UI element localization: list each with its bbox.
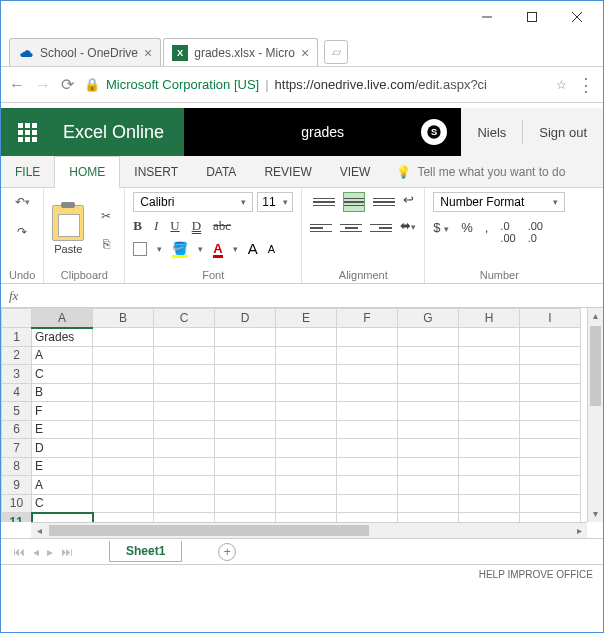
cell[interactable] xyxy=(215,346,276,365)
cell[interactable] xyxy=(398,494,459,513)
cell[interactable]: E xyxy=(32,420,93,439)
align-bottom-button[interactable] xyxy=(373,192,395,212)
column-header[interactable]: C xyxy=(154,309,215,328)
user-name[interactable]: Niels xyxy=(461,125,522,140)
close-icon[interactable]: × xyxy=(144,46,152,60)
cell[interactable] xyxy=(93,513,154,523)
cell[interactable] xyxy=(276,346,337,365)
cell[interactable] xyxy=(520,383,581,402)
row-header[interactable]: 6 xyxy=(2,420,32,439)
tab-insert[interactable]: INSERT xyxy=(120,156,192,187)
cell[interactable] xyxy=(154,383,215,402)
url-field[interactable]: 🔒 Microsoft Corporation [US] | https://o… xyxy=(84,77,546,92)
cell[interactable] xyxy=(337,494,398,513)
app-launcher-button[interactable] xyxy=(1,108,53,156)
cell[interactable] xyxy=(520,365,581,384)
skype-button[interactable]: S xyxy=(421,119,447,145)
cell[interactable] xyxy=(337,365,398,384)
cell[interactable] xyxy=(215,328,276,347)
select-all-corner[interactable] xyxy=(2,309,32,328)
percent-button[interactable]: % xyxy=(461,220,473,244)
double-underline-button[interactable]: D xyxy=(192,218,201,234)
cell[interactable]: F xyxy=(32,402,93,421)
cell[interactable] xyxy=(154,476,215,495)
font-color-button[interactable]: A xyxy=(213,241,222,256)
cell[interactable]: D xyxy=(32,439,93,458)
scrollbar-thumb[interactable] xyxy=(590,326,601,406)
help-improve-link[interactable]: HELP IMPROVE OFFICE xyxy=(479,569,593,580)
cell[interactable] xyxy=(154,420,215,439)
cell[interactable] xyxy=(154,365,215,384)
number-format-select[interactable]: Number Format▾ xyxy=(433,192,565,212)
bold-button[interactable]: B xyxy=(133,218,142,234)
currency-button[interactable]: $ ▾ xyxy=(433,220,449,244)
increase-decimal-button[interactable]: .0.00 xyxy=(500,220,515,244)
align-middle-button[interactable] xyxy=(343,192,365,212)
align-right-button[interactable] xyxy=(370,218,392,238)
cell[interactable]: C xyxy=(32,494,93,513)
cell[interactable] xyxy=(398,383,459,402)
tab-review[interactable]: REVIEW xyxy=(250,156,325,187)
cell[interactable] xyxy=(32,513,93,523)
row-header[interactable]: 11 xyxy=(2,513,32,523)
row-header[interactable]: 2 xyxy=(2,346,32,365)
browser-tab-excel[interactable]: X grades.xlsx - Micro × xyxy=(163,38,318,66)
sheet-nav-last[interactable]: ⏭ xyxy=(61,545,73,559)
window-minimize-button[interactable] xyxy=(464,3,509,31)
row-header[interactable]: 3 xyxy=(2,365,32,384)
paste-button[interactable]: Paste xyxy=(52,205,84,255)
decrease-decimal-button[interactable]: .00.0 xyxy=(528,220,543,244)
cell[interactable] xyxy=(459,457,520,476)
cell[interactable] xyxy=(276,383,337,402)
cell[interactable] xyxy=(154,494,215,513)
sign-out-link[interactable]: Sign out xyxy=(523,125,603,140)
cell[interactable]: A xyxy=(32,346,93,365)
cell[interactable] xyxy=(459,476,520,495)
tab-home[interactable]: HOME xyxy=(54,156,120,188)
italic-button[interactable]: I xyxy=(154,218,158,234)
cell[interactable] xyxy=(154,457,215,476)
column-header[interactable]: E xyxy=(276,309,337,328)
cell[interactable] xyxy=(520,439,581,458)
cell[interactable] xyxy=(520,457,581,476)
cell[interactable] xyxy=(337,346,398,365)
cell[interactable] xyxy=(398,420,459,439)
cell[interactable] xyxy=(93,365,154,384)
cell[interactable] xyxy=(398,346,459,365)
borders-button[interactable] xyxy=(133,242,147,256)
cell[interactable] xyxy=(215,439,276,458)
cell[interactable] xyxy=(93,439,154,458)
cell[interactable] xyxy=(520,420,581,439)
cell[interactable] xyxy=(215,420,276,439)
cell[interactable] xyxy=(154,402,215,421)
undo-button[interactable]: ↶▾ xyxy=(12,192,32,212)
cell[interactable] xyxy=(337,457,398,476)
document-title[interactable]: grades xyxy=(301,124,344,140)
cell[interactable] xyxy=(215,476,276,495)
close-icon[interactable]: × xyxy=(301,46,309,60)
underline-button[interactable]: U xyxy=(170,218,179,234)
tab-view[interactable]: VIEW xyxy=(326,156,385,187)
cell[interactable] xyxy=(215,494,276,513)
sheet-nav-prev[interactable]: ◂ xyxy=(33,545,39,559)
scroll-down-icon[interactable]: ▾ xyxy=(588,506,603,522)
row-header[interactable]: 5 xyxy=(2,402,32,421)
cell[interactable] xyxy=(93,457,154,476)
increase-font-button[interactable]: A xyxy=(248,240,258,257)
row-header[interactable]: 9 xyxy=(2,476,32,495)
row-header[interactable]: 7 xyxy=(2,439,32,458)
cell[interactable] xyxy=(398,365,459,384)
comma-button[interactable]: , xyxy=(485,220,489,244)
cell[interactable]: C xyxy=(32,365,93,384)
vertical-scrollbar[interactable]: ▴ ▾ xyxy=(587,308,603,522)
cell[interactable] xyxy=(276,513,337,523)
cell[interactable] xyxy=(398,439,459,458)
cell[interactable] xyxy=(154,328,215,347)
fill-color-button[interactable]: 🪣 xyxy=(172,241,188,256)
cell[interactable] xyxy=(276,402,337,421)
font-name-select[interactable]: Calibri▾ xyxy=(133,192,253,212)
new-tab-button[interactable]: ▱ xyxy=(324,40,348,64)
cell[interactable] xyxy=(276,365,337,384)
decrease-font-button[interactable]: A xyxy=(268,243,275,255)
cell[interactable] xyxy=(215,365,276,384)
